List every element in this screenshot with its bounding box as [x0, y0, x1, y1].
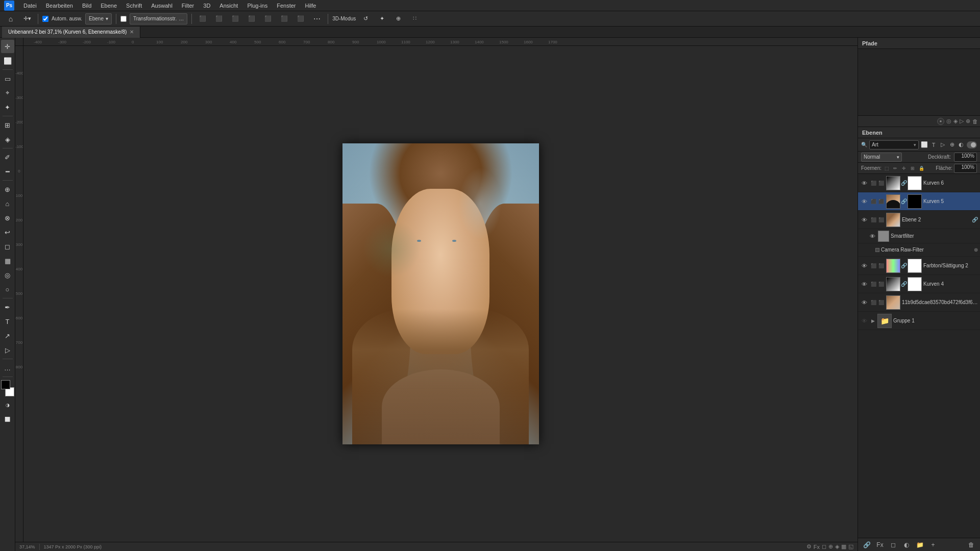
lasso-tool[interactable]: ⌖ — [1, 86, 14, 99]
search-dropdown-icon[interactable]: ▾ — [914, 142, 916, 147]
path-select-tool[interactable]: ↗ — [1, 329, 14, 342]
blend-mode-select[interactable]: Normal ▾ — [861, 153, 902, 162]
align-left-btn[interactable]: ⬛ — [196, 12, 209, 26]
paths-add-btn[interactable]: ⊕ — [966, 118, 970, 124]
ruler-tool[interactable]: ━ — [1, 165, 14, 178]
brush-tool[interactable]: ⌂ — [1, 197, 14, 210]
filter-adjustment-btn[interactable]: ◐ — [958, 141, 965, 148]
layer-link-icon-ebene2[interactable]: 🔗 — [972, 217, 978, 222]
shape-tool[interactable]: ▷ — [1, 343, 14, 357]
pen-tool[interactable]: ✒ — [1, 300, 14, 314]
layer-select[interactable]: Ebene ▾ — [85, 13, 112, 24]
more-tools-btn[interactable]: … — [1, 361, 14, 374]
menu-filter[interactable]: Filter — [178, 2, 198, 10]
distribute2-btn[interactable]: ⬛ — [278, 12, 291, 26]
menu-datei[interactable]: Datei — [19, 2, 41, 10]
menu-bild[interactable]: Bild — [78, 2, 95, 10]
menu-bearbeiten[interactable]: Bearbeiten — [42, 2, 77, 10]
spot-heal-tool[interactable]: ⊕ — [1, 183, 14, 196]
layer-portrait-hash[interactable]: 👁 ⬛ ⬛ 11b9d5dcae83570bd472f6d3f64ca4c7 — [858, 293, 980, 312]
delete-layer-btn[interactable]: 🗑 — [966, 540, 977, 549]
more-options-btn[interactable]: ⋯ — [310, 12, 324, 26]
distribute-btn[interactable]: ⬛ — [261, 12, 275, 26]
fill-input[interactable]: 100% — [954, 164, 977, 173]
3d-rotate-btn[interactable]: ↺ — [359, 12, 372, 26]
filter-toggle[interactable] — [967, 141, 977, 148]
autom-checkbox[interactable] — [42, 16, 48, 22]
text-tool[interactable]: T — [1, 315, 14, 328]
move-tool[interactable]: ✛ — [1, 40, 14, 53]
layer-kurven4[interactable]: 👁 ⬛ ⬛ 🔗 Kurven 4 — [858, 275, 980, 293]
paths-circle-btn[interactable]: ● — [937, 118, 944, 125]
blur-tool[interactable]: ◎ — [1, 268, 14, 282]
add-adjustment-btn[interactable]: ◐ — [901, 540, 912, 549]
paths-selection-btn[interactable]: ◎ — [946, 118, 951, 124]
layer-visibility-kurven4[interactable]: 👁 — [860, 280, 868, 288]
filter-shape-btn[interactable]: ▷ — [939, 141, 946, 148]
filter-text-btn[interactable]: T — [930, 141, 937, 148]
align-bottom-btn[interactable]: ⬛ — [245, 12, 258, 26]
add-group-btn[interactable]: 📁 — [914, 540, 925, 549]
rect-select-tool[interactable]: ▭ — [1, 72, 14, 85]
menu-fenster[interactable]: Fenster — [273, 2, 300, 10]
lock-transparent-btn[interactable]: ⬚ — [883, 165, 890, 172]
layer-visibility-ebene2[interactable]: 👁 — [860, 216, 868, 224]
layer-kurven5[interactable]: 👁 ⬛ ⬛ 🔗 Kurven 5 — [858, 192, 980, 211]
filter-pixel-btn[interactable]: ⬜ — [921, 141, 928, 148]
gradient-tool[interactable]: ▦ — [1, 254, 14, 267]
clone-stamp-tool[interactable]: ⊗ — [1, 211, 14, 224]
layer-kurven6[interactable]: 👁 ⬛ ⬛ 🔗 Kurven 6 — [858, 174, 980, 192]
paths-delete-btn[interactable]: 🗑 — [972, 118, 978, 124]
menu-ansicht[interactable]: Ansicht — [215, 2, 242, 10]
menu-auswahl[interactable]: Auswahl — [147, 2, 177, 10]
layer-visibility-smartfilter[interactable]: 👁 — [868, 232, 876, 240]
screen-mode-btn[interactable]: ⬜ — [1, 413, 14, 426]
3d-pan-btn[interactable]: ✦ — [375, 12, 388, 26]
history-brush-tool[interactable]: ↩ — [1, 226, 14, 239]
dodge-tool[interactable]: ○ — [1, 283, 14, 296]
canvas-viewport[interactable] — [23, 46, 857, 542]
add-style-btn[interactable]: Fx — [874, 540, 886, 549]
transform-checkbox[interactable] — [120, 16, 127, 22]
paths-shape-btn[interactable]: ▷ — [960, 118, 964, 124]
menu-schrift[interactable]: Schrift — [122, 2, 146, 10]
perspective-tool[interactable]: ◈ — [1, 133, 14, 146]
layers-search-box[interactable]: Art ▾ — [869, 140, 919, 149]
layer-expand-gruppe1[interactable]: ▶ — [870, 318, 876, 324]
menu-plugins[interactable]: Plug-ins — [243, 2, 272, 10]
quick-mask-btn[interactable]: ◑ — [1, 398, 14, 412]
distribute3-btn[interactable]: ⬛ — [294, 12, 307, 26]
layer-visibility-farbton[interactable]: 👁 — [860, 262, 868, 270]
magic-wand-tool[interactable]: ✦ — [1, 101, 14, 114]
layer-gruppe1[interactable]: 👁 ▶ 📁 Gruppe 1 — [858, 312, 980, 330]
lock-artboard-btn[interactable]: ⊞ — [909, 165, 916, 172]
artboard-tool[interactable]: ⬜ — [1, 54, 14, 67]
layer-visibility-kurven6[interactable]: 👁 — [860, 179, 868, 187]
layer-visibility-kurven5[interactable]: 👁 — [860, 197, 868, 206]
link-layers-btn[interactable]: 🔗 — [861, 540, 872, 549]
layer-visibility-gruppe1[interactable]: 👁 — [860, 317, 868, 325]
tab-close-btn[interactable]: ✕ — [130, 29, 134, 35]
eyedropper-tool[interactable]: ✐ — [1, 151, 14, 164]
menu-ebene[interactable]: Ebene — [96, 2, 121, 10]
menu-3d[interactable]: 3D — [199, 2, 214, 10]
3d-more-btn[interactable]: ∷ — [408, 12, 421, 26]
lock-image-btn[interactable]: ✏ — [892, 165, 899, 172]
menu-hilfe[interactable]: Hilfe — [301, 2, 320, 10]
layer-farbton-satt2[interactable]: 👁 ⬛ ⬛ 🔗 Farbton/Sättigung 2 — [858, 257, 980, 275]
opacity-input[interactable]: 100% — [954, 153, 977, 162]
document-tab[interactable]: Unbenannt-2 bei 37,1% (Kurven 6, Ebenenm… — [2, 27, 140, 38]
paths-mask-btn[interactable]: ◈ — [953, 118, 958, 124]
layer-visibility-portrait[interactable]: 👁 — [860, 298, 868, 307]
add-layer-btn[interactable]: + — [927, 540, 939, 549]
crop-tool[interactable]: ⊞ — [1, 118, 14, 132]
tool-options-btn[interactable]: ✛▾ — [20, 12, 34, 26]
3d-zoom-btn[interactable]: ⊕ — [391, 12, 405, 26]
lock-position-btn[interactable]: ✛ — [900, 165, 908, 172]
transform-btn[interactable]: Transformationsstr. … — [130, 13, 187, 24]
foreground-color-swatch[interactable] — [1, 380, 10, 389]
eraser-tool[interactable]: ◻ — [1, 240, 14, 253]
home-btn[interactable]: ⌂ — [4, 12, 17, 26]
filter-smart-btn[interactable]: ⊕ — [948, 141, 955, 148]
layer-ebene2[interactable]: 👁 ⬛ ⬛ Ebene 2 🔗 — [858, 211, 980, 229]
